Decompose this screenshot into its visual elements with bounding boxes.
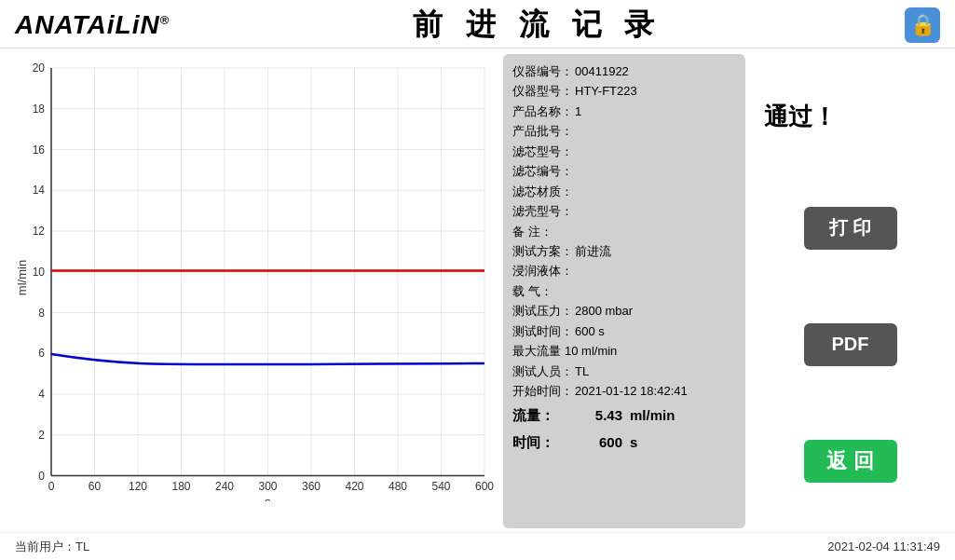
shell-type-label: 滤壳型号： [512,201,573,221]
test-scheme-value: 前进流 [575,241,611,261]
instrument-model-label: 仪器型号： [512,81,573,101]
test-pressure-value: 2800 mbar [575,301,633,321]
product-name-row: 产品名称： 1 [512,102,736,121]
svg-text:20: 20 [33,61,46,75]
time-label: 时间： [512,431,557,455]
test-scheme-label: 测试方案： [512,241,573,261]
footer: 当前用户：TL 2021-02-04 11:31:49 [0,532,955,560]
svg-text:4: 4 [38,388,45,401]
svg-text:360: 360 [302,480,321,493]
wetting-liquid-label: 浸润液体： [512,261,573,280]
filter-no-row: 滤芯编号： [512,161,736,181]
max-flow-label: 最大流量 [512,341,561,361]
back-button[interactable]: 返 回 [804,440,897,483]
instrument-no-label: 仪器编号： [512,61,573,81]
svg-text:8: 8 [38,307,45,320]
instrument-no-row: 仪器编号： 00411922 [512,61,736,81]
time-value: 600 [557,431,622,455]
main-content: ml/min 20 18 16 14 12 10 8 [0,48,955,532]
tester-row: 测试人员： TL [512,362,736,381]
info-panel: 仪器编号： 00411922 仪器型号： HTY-FT223 产品名称： 1 产… [503,54,745,528]
product-name-label: 产品名称： [512,102,573,121]
shell-type-row: 滤壳型号： [512,201,736,221]
test-pressure-label: 测试压力： [512,301,573,321]
header: ANATAiLiN® 前 进 流 记 录 🔒 [0,0,955,48]
current-user: 当前用户：TL [15,539,89,555]
svg-text:600: 600 [475,480,494,493]
start-time-row: 开始时间： 2021-01-12 18:42:41 [512,381,736,401]
product-batch-row: 产品批号： [512,121,736,141]
svg-text:14: 14 [33,184,46,197]
chart-area: ml/min 20 18 16 14 12 10 8 [9,54,494,528]
time-display-row: 时间： 600 s [512,431,736,455]
instrument-no-value: 00411922 [575,61,629,81]
flow-unit: ml/min [630,404,675,428]
carrier-gas-row: 载 气： [512,281,736,301]
svg-text:480: 480 [389,480,407,493]
flow-display-row: 流量： 5.43 ml/min [512,404,736,428]
instrument-model-value: HTY-FT223 [575,81,637,101]
pass-text: 通过！ [764,101,837,133]
svg-text:420: 420 [345,480,363,493]
footer-datetime: 2021-02-04 11:31:49 [827,540,940,553]
test-time-label: 测试时间： [512,321,573,341]
start-time-value: 2021-01-12 18:42:41 [575,381,688,401]
svg-text:300: 300 [258,480,277,493]
print-button[interactable]: 打 印 [804,207,897,250]
start-time-label: 开始时间： [512,381,573,401]
flow-value: 5.43 [557,404,622,428]
svg-text:6: 6 [38,347,45,360]
svg-text:540: 540 [431,480,450,493]
svg-text:18: 18 [33,102,46,116]
filter-material-row: 滤芯材质： [512,182,736,201]
right-panel: 通过！ 打 印 PDF 返 回 [755,54,946,528]
tester-value: TL [575,362,589,381]
logo: ANATAiLiN® [15,10,170,40]
test-time-row: 测试时间： 600 s [512,321,736,341]
svg-text:2: 2 [38,429,45,442]
carrier-gas-label: 载 气： [512,281,553,301]
test-scheme-row: 测试方案： 前进流 [512,241,736,261]
note-label: 备 注： [512,222,553,241]
test-time-value: 600 s [575,321,605,341]
svg-text:180: 180 [171,480,190,493]
svg-text:120: 120 [129,480,147,493]
filter-type-label: 滤芯型号： [512,142,573,161]
svg-text:10: 10 [33,266,46,279]
chart-svg: ml/min 20 18 16 14 12 10 8 [9,54,494,501]
filter-material-label: 滤芯材质： [512,182,573,201]
filter-type-row: 滤芯型号： [512,142,736,161]
svg-text:0: 0 [48,480,55,493]
svg-text:16: 16 [33,143,46,157]
product-batch-label: 产品批号： [512,121,573,141]
svg-text:240: 240 [215,480,234,493]
filter-no-label: 滤芯编号： [512,161,573,181]
svg-text:s: s [265,495,271,501]
product-name-value: 1 [575,102,581,121]
instrument-model-row: 仪器型号： HTY-FT223 [512,81,736,101]
svg-text:60: 60 [89,480,102,493]
time-unit: s [630,431,637,455]
svg-text:0: 0 [38,470,45,483]
lock-icon: 🔒 [905,7,940,43]
registered-mark: ® [160,12,171,26]
max-flow-row: 最大流量 10 ml/min [512,341,736,361]
max-flow-value: 10 ml/min [565,341,617,361]
wetting-liquid-row: 浸润液体： [512,261,736,280]
tester-label: 测试人员： [512,362,573,381]
pdf-button[interactable]: PDF [804,323,897,366]
page-title: 前 进 流 记 录 [413,5,662,46]
y-axis-label: ml/min [15,260,29,295]
flow-label: 流量： [512,404,557,428]
test-pressure-row: 测试压力： 2800 mbar [512,301,736,321]
svg-text:12: 12 [33,225,46,238]
note-row: 备 注： [512,222,736,241]
